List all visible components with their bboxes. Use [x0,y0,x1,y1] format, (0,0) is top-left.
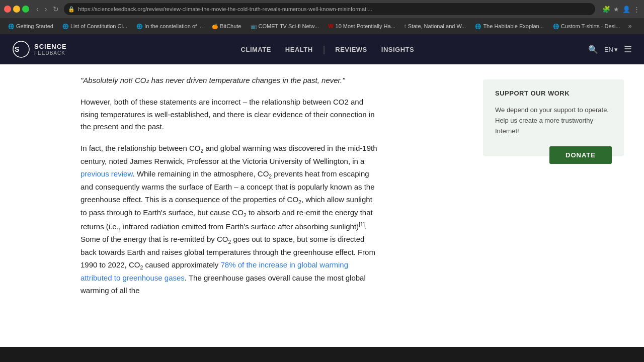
bookmark-label: Custom T-shirts - Desi... [561,23,620,29]
nav-reviews[interactable]: REVIEWS [329,42,373,57]
browser-nav-buttons: ‹ › ↻ [34,4,61,14]
bookmark-label: Getting Started [16,23,53,29]
bookmark-label: The Habitable Exoplan... [483,23,543,29]
bookmark-comet[interactable]: 📺 COMET TV Sci-fi Netw... [247,22,324,31]
bookmark-favicon: 🌐 [8,24,14,29]
para2-start: In fact, the relationship between CO [80,144,200,152]
bookmark-favicon: 🌐 [553,24,559,29]
logo-text: SCIENCE FEEDBACK [34,43,67,56]
bookmark-state[interactable]: t State, National and W... [400,22,470,31]
profile-icon[interactable]: 👤 [622,6,630,13]
browser-chrome: ‹ › ↻ 🔒 https://sciencefeedback.org/revi… [0,0,644,34]
bookmark-label: State, National and W... [408,23,466,29]
article-body: "Absolutely not! CO₂ has never driven te… [0,64,473,362]
bookmark-10most[interactable]: W 10 Most Potentially Ha... [324,22,399,31]
bookmark-favicon: 🌐 [475,24,481,29]
para2-mid8: caused approximately [143,260,220,269]
nav-health[interactable]: HEALTH [279,42,319,57]
browser-action-buttons: 🧩 ★ 👤 ⋮ [602,6,640,13]
article-para2: In fact, the relationship between CO2 an… [80,142,377,297]
bookmark-getting-started[interactable]: 🌐 Getting Started [4,22,57,31]
bookmark-label: 10 Most Potentially Ha... [336,23,395,29]
bookmark-favicon: 🌐 [62,24,68,29]
minimize-button[interactable] [13,6,20,13]
bookmark-favicon: W [328,23,333,29]
site-navigation: S SCIENCE FEEDBACK CLIMATE HEALTH | REVI… [0,34,644,64]
bookmark-constitution[interactable]: 🌐 List of Constitution Cl... [58,22,131,31]
donate-button[interactable]: DONATE [549,146,612,164]
bookmark-favicon: 📺 [251,24,257,29]
footnote-sup: [1] [359,221,365,227]
bookmarks-bar: 🌐 Getting Started 🌐 List of Constitution… [0,18,644,34]
quote-italic: "Absolutely not! CO₂ has never driven te… [80,76,345,84]
logo-icon: S [12,40,30,58]
bookmarks-overflow[interactable]: » [625,21,635,31]
support-box: SUPPORT OUR WORK We depend on your suppo… [483,79,624,156]
main-content: "Absolutely not! CO₂ has never driven te… [0,64,644,362]
bookmark-label: COMET TV Sci-fi Netw... [259,23,319,29]
bookmark-favicon: t [405,23,406,29]
article-para1: However, both of these statements are in… [80,96,377,133]
bookmark-favicon: 🌐 [136,24,142,29]
maximize-button[interactable] [22,6,29,13]
website-content: S SCIENCE FEEDBACK CLIMATE HEALTH | REVI… [0,34,644,362]
logo-line2: FEEDBACK [34,50,67,56]
site-logo[interactable]: S SCIENCE FEEDBACK [12,40,67,58]
para2-mid2: . While remaining in the atmosphere, CO [132,169,269,178]
hamburger-menu[interactable]: ☰ [624,44,632,55]
logo-line1: SCIENCE [34,43,67,50]
article-quote: "Absolutely not! CO₂ has never driven te… [80,74,377,87]
bookmark-label: In the constellation of ... [144,23,203,29]
refresh-button[interactable]: ↻ [51,4,61,14]
chevron-down-icon: ▾ [614,46,618,53]
nav-climate[interactable]: CLIMATE [235,42,277,57]
nav-right-actions: 🔍 EN ▾ ☰ [588,44,632,55]
language-selector[interactable]: EN ▾ [604,46,618,53]
support-text: We depend on your support to operate. He… [495,105,612,136]
nav-links: CLIMATE HEALTH | REVIEWS INSIGHTS [235,42,421,57]
back-button[interactable]: ‹ [34,4,41,14]
bookmark-label: BitChute [220,23,241,29]
bookmark-habitable[interactable]: 🌐 The Habitable Exoplan... [471,22,547,31]
extensions-icon[interactable]: 🧩 [602,6,610,13]
bookmark-tshirts[interactable]: 🌐 Custom T-shirts - Desi... [549,22,624,31]
menu-icon[interactable]: ⋮ [633,6,640,13]
bookmark-star-icon[interactable]: ★ [613,6,619,13]
sidebar: SUPPORT OUR WORK We depend on your suppo… [473,64,644,362]
bookmark-bitchute[interactable]: 🍊 BitChute [208,22,245,31]
bookmark-favicon: 🍊 [212,24,218,29]
svg-text:S: S [15,45,19,53]
support-title: SUPPORT OUR WORK [495,89,612,97]
close-button[interactable] [4,6,11,13]
url-text: https://sciencefeedback.org/review/revie… [78,6,372,12]
article-text: "Absolutely not! CO₂ has never driven te… [80,74,377,297]
bookmark-label: List of Constitution Cl... [70,23,127,29]
browser-window-controls [4,6,29,13]
language-label: EN [604,46,613,53]
search-button[interactable]: 🔍 [588,45,598,54]
address-bar[interactable]: 🔒 https://sciencefeedback.org/review/rev… [64,3,595,15]
browser-top-bar: ‹ › ↻ 🔒 https://sciencefeedback.org/revi… [0,0,644,18]
previous-review-link[interactable]: previous review [80,169,132,178]
bottom-bar [0,347,644,362]
bookmark-constellation[interactable]: 🌐 In the constellation of ... [132,22,207,31]
quote-text: Absolutely not! CO₂ has never driven tem… [83,76,342,84]
nav-insights[interactable]: INSIGHTS [375,42,420,57]
forward-button[interactable]: › [43,4,49,14]
nav-separator: | [323,44,326,55]
